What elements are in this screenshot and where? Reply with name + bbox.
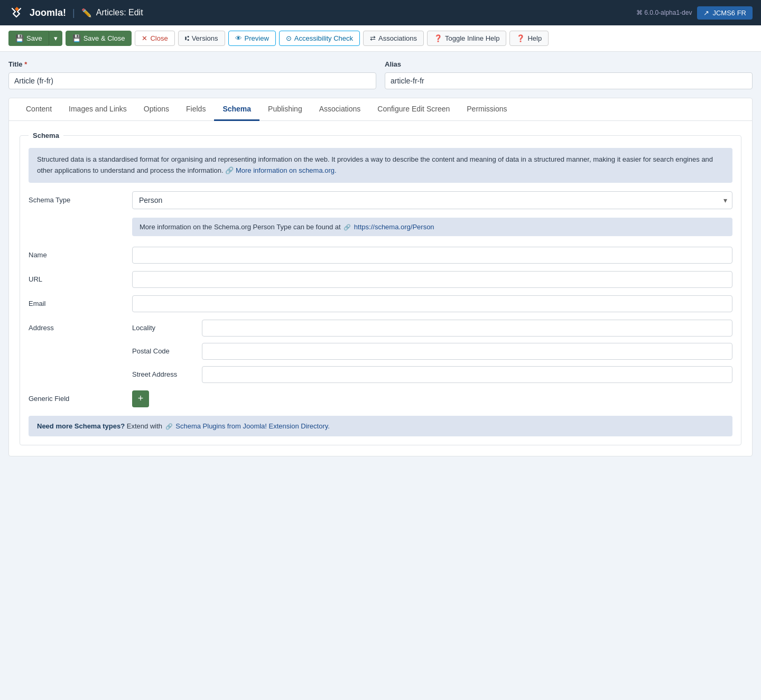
- email-control: [132, 295, 732, 312]
- jcms-button[interactable]: ↗ JCMS6 FR: [697, 6, 753, 20]
- schema-type-select-wrapper: Person Article Organization Event ▾: [132, 191, 732, 209]
- save-close-icon: 💾: [72, 34, 81, 42]
- email-input[interactable]: [132, 295, 732, 312]
- help-button[interactable]: ❓ Help: [509, 31, 549, 46]
- schema-info-box: Structured data is a standardised format…: [29, 148, 732, 183]
- alias-input[interactable]: [385, 72, 753, 89]
- divider: |: [72, 7, 75, 18]
- plus-icon: +: [138, 393, 144, 404]
- versions-icon: ⑆: [185, 34, 189, 42]
- schema-plugins-link[interactable]: 🔗 Schema Plugins from Joomla! Extension …: [164, 422, 330, 430]
- address-label: Address: [29, 320, 124, 332]
- save-button[interactable]: 💾 Save: [8, 31, 49, 46]
- save-split-button: 💾 Save ▾: [8, 31, 62, 46]
- top-bar: Joomla! | ✏️ Articles: Edit ⌘ 6.0.0-alph…: [0, 0, 761, 25]
- accessibility-icon: ⊙: [286, 34, 292, 42]
- tab-content[interactable]: Content: [17, 98, 60, 121]
- schema-type-label: Schema Type: [29, 196, 124, 204]
- tab-configure-edit-screen[interactable]: Configure Edit Screen: [369, 98, 458, 121]
- tab-images-links[interactable]: Images and Links: [60, 98, 135, 121]
- preview-button[interactable]: 👁 Preview: [228, 31, 276, 46]
- postal-code-label: Postal Code: [132, 347, 196, 355]
- versions-button[interactable]: ⑆ Versions: [178, 31, 225, 46]
- name-label: Name: [29, 251, 124, 259]
- toolbar: 💾 Save ▾ 💾 Save & Close ✕ Close ⑆ Versio…: [0, 25, 761, 52]
- name-control: [132, 247, 732, 264]
- external-link-icon: 🔗: [344, 224, 351, 230]
- title-input[interactable]: [8, 72, 376, 89]
- page-title: ✏️ Articles: Edit: [81, 8, 143, 18]
- email-field-row: Email: [29, 295, 732, 312]
- associations-icon: ⇄: [370, 34, 376, 42]
- need-more-title: Need more Schema types?: [37, 422, 125, 430]
- required-marker: *: [24, 60, 27, 68]
- top-bar-right: ⌘ 6.0.0-alpha1-dev ↗ JCMS6 FR: [636, 6, 753, 20]
- locality-label: Locality: [132, 324, 196, 332]
- address-row: Address Locality Postal Code Street Addr…: [29, 320, 732, 383]
- postal-code-row: Postal Code: [132, 343, 732, 360]
- address-fields: Locality Postal Code Street Address: [132, 320, 732, 383]
- help-circle-icon: ❓: [434, 34, 442, 42]
- external-link-icon: 🔗: [225, 166, 234, 174]
- external-link-icon: 🔗: [165, 423, 173, 430]
- title-alias-row: Title * Alias: [8, 60, 753, 89]
- street-address-input[interactable]: [202, 366, 732, 383]
- schema-type-info-box: More information on the Schema.org Perso…: [132, 218, 732, 236]
- url-control: [132, 271, 732, 288]
- tab-associations[interactable]: Associations: [311, 98, 369, 121]
- schema-org-person-link[interactable]: 🔗 https://schema.org/Person: [342, 223, 434, 231]
- url-field-row: URL: [29, 271, 732, 288]
- tab-publishing[interactable]: Publishing: [259, 98, 311, 121]
- schema-fieldset: Schema Structured data is a standardised…: [20, 132, 741, 445]
- external-link-icon: ↗: [703, 9, 709, 17]
- tabs-nav: Content Images and Links Options Fields …: [9, 98, 752, 121]
- save-dropdown-button[interactable]: ▾: [49, 31, 62, 46]
- associations-button[interactable]: ⇄ Associations: [363, 31, 424, 46]
- name-input[interactable]: [132, 247, 732, 264]
- tab-fields[interactable]: Fields: [178, 98, 214, 121]
- locality-input[interactable]: [202, 320, 732, 337]
- question-icon: ❓: [516, 34, 525, 42]
- title-label: Title *: [8, 60, 376, 68]
- schema-type-select[interactable]: Person Article Organization Event: [132, 191, 732, 209]
- svg-rect-0: [8, 4, 25, 21]
- preview-icon: 👁: [235, 34, 242, 42]
- name-field-row: Name: [29, 247, 732, 264]
- need-more-schema-box: Need more Schema types? Extend with 🔗 Sc…: [29, 416, 732, 436]
- accessibility-check-button[interactable]: ⊙ Accessibility Check: [279, 31, 360, 46]
- app-name: Joomla!: [30, 7, 66, 18]
- street-address-label: Street Address: [132, 370, 196, 378]
- add-generic-field-button[interactable]: +: [132, 390, 149, 407]
- email-label: Email: [29, 300, 124, 307]
- save-close-button[interactable]: 💾 Save & Close: [66, 31, 132, 46]
- tab-schema[interactable]: Schema: [214, 98, 259, 121]
- locality-row: Locality: [132, 320, 732, 337]
- street-address-row: Street Address: [132, 366, 732, 383]
- tab-permissions[interactable]: Permissions: [458, 98, 515, 121]
- close-button[interactable]: ✕ Close: [135, 31, 174, 46]
- postal-code-input[interactable]: [202, 343, 732, 360]
- schema-info-text: Structured data is a standardised format…: [37, 155, 713, 174]
- main-content: Title * Alias Content Images and Links O…: [0, 52, 761, 465]
- joomla-logo: Joomla!: [8, 4, 66, 21]
- schema-more-info-link[interactable]: 🔗 More information on schema.org.: [225, 166, 336, 174]
- version-badge: ⌘ 6.0.0-alpha1-dev: [636, 9, 692, 16]
- generic-field-label: Generic Field: [29, 395, 124, 403]
- alias-group: Alias: [385, 60, 753, 89]
- generic-field-row: Generic Field +: [29, 390, 732, 407]
- url-input[interactable]: [132, 271, 732, 288]
- toggle-inline-help-button[interactable]: ❓ Toggle Inline Help: [427, 31, 506, 46]
- title-group: Title *: [8, 60, 376, 89]
- schema-type-row: Schema Type Person Article Organization …: [29, 191, 732, 209]
- schema-type-control: Person Article Organization Event ▾: [132, 191, 732, 209]
- dropdown-arrow-icon: ▾: [54, 34, 58, 42]
- schema-legend: Schema: [29, 132, 63, 139]
- tab-options[interactable]: Options: [135, 98, 178, 121]
- tab-content-area: Schema Structured data is a standardised…: [9, 121, 752, 456]
- alias-label: Alias: [385, 60, 753, 68]
- joomla-logo-icon: [8, 4, 25, 21]
- url-label: URL: [29, 275, 124, 283]
- top-bar-left: Joomla! | ✏️ Articles: Edit: [8, 4, 143, 21]
- close-icon: ✕: [142, 34, 147, 42]
- pencil-icon: ✏️: [81, 8, 92, 18]
